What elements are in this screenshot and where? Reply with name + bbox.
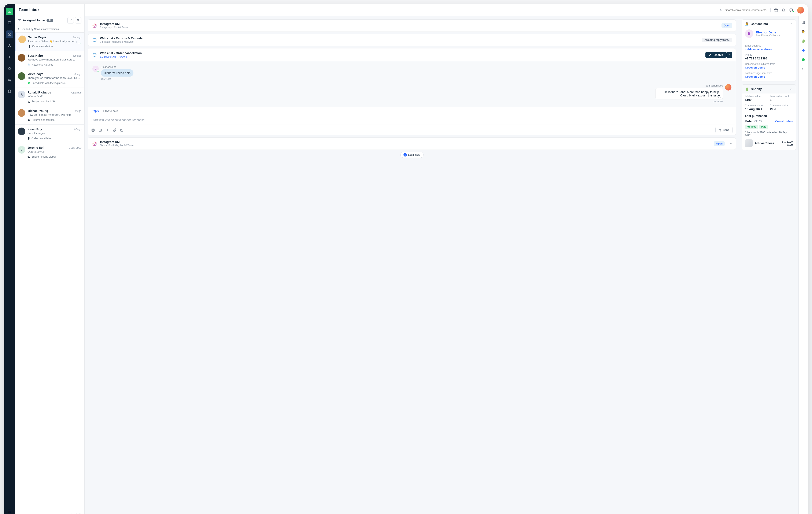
conversation-name: Ronald Richards [28,91,51,94]
add-email-link[interactable]: + Add email address [745,48,793,51]
bell-icon[interactable] [782,8,786,12]
svg-point-25 [720,9,722,11]
conversation-item[interactable]: Kevin Roy4d ago Sent 2 images Order canc… [15,124,84,143]
conversation-item[interactable]: Michael Young2d ago How do I cancel my o… [15,106,84,124]
svg-point-34 [92,128,94,132]
conversation-preview: Outbound call [28,150,81,153]
brand-logo[interactable] [6,8,13,15]
conversation-item[interactable]: Selina Meyer2m ago Hey there Selina 👋 I … [15,33,84,51]
resolve-dropdown[interactable] [726,52,732,58]
thread-card[interactable]: Web chat - Returns & Refunds 2 hrs ago, … [88,34,736,46]
jira-app-icon[interactable] [801,48,806,53]
canned-response-icon[interactable] [98,128,102,132]
conversation-time: 8m ago [73,54,81,57]
app-shell: Team Inbox Assigned to me 34 Sorted by N… [4,4,808,514]
message-outgoing: Johnathan Doe Hello there Jane! More tha… [92,84,731,103]
avatar: R [18,91,25,98]
conversation-preview: Sent 2 images [28,132,81,135]
svg-point-35 [92,130,93,130]
settings-icon[interactable] [6,88,13,95]
kb-article-icon[interactable] [106,128,109,132]
more-apps-icon[interactable] [801,66,806,72]
contact-name[interactable]: Eleanor Dane [756,30,780,34]
svg-point-2 [9,22,9,23]
conversation-item[interactable]: J Jerome Bell9 Jan 2022 Outbound call Su… [15,143,84,162]
send-button[interactable]: Send [715,127,733,133]
svg-point-10 [9,510,10,510]
filter-label[interactable]: Assigned to me [23,19,45,22]
product-row[interactable]: Adidas Shoes 1 X $100 $100 [745,139,793,147]
attachment-icon[interactable] [113,128,117,132]
conversation-item[interactable]: Yusra Zoya2h ago Thankyou so much for th… [15,69,84,88]
knowledge-icon[interactable] [6,53,13,61]
conversation-name: Selina Meyer [28,35,46,39]
view-all-orders-link[interactable]: View all orders [775,120,793,123]
contact-avatar[interactable]: E [745,29,753,38]
sort-row[interactable]: Sorted by Newest conversations [15,26,84,33]
load-more-button[interactable]: ⌄ Load more [400,152,423,158]
tab-reply[interactable]: Reply [92,109,99,115]
dashboard-icon[interactable] [6,19,13,27]
svg-point-15 [8,512,9,512]
conversation-name: Yusra Zoya [28,72,44,76]
svg-point-23 [28,82,30,84]
svg-point-46 [804,69,804,69]
status-chip-open[interactable]: Open [722,23,732,28]
reply-input[interactable]: Start with '/' to select a canned respon… [88,115,736,124]
intercom-app-icon[interactable] [801,57,806,62]
status-chip-awaiting[interactable]: Awaiting reply from... [702,38,732,42]
chevron-up-icon[interactable] [790,88,793,90]
svg-point-44 [802,58,805,61]
globe-icon [92,37,97,43]
bot-icon[interactable] [6,65,13,72]
svg-point-9 [8,510,9,510]
emoji-icon[interactable] [91,128,95,132]
chat-status-icon[interactable] [789,8,794,12]
svg-rect-21 [29,45,30,48]
chevron-down-icon[interactable] [729,142,732,145]
expand-icon: ⌄ [403,153,407,156]
apps-icon[interactable] [6,507,13,514]
chevron-up-icon[interactable] [790,22,793,25]
svg-point-39 [121,129,122,130]
tab-private-note[interactable]: Private note [103,109,118,115]
user-avatar[interactable] [797,7,804,13]
conversation-time: 2d ago [74,110,81,113]
reply-icon[interactable] [78,42,81,45]
resolve-button[interactable]: Resolve [705,52,726,58]
campaign-icon[interactable] [6,76,13,84]
filter-menu-icon[interactable] [18,19,21,22]
contact-avatar-small: E [92,65,99,72]
conversation-tag: I need help with the login issu... [28,82,81,85]
conversation-item[interactable]: Bess Kairo8m ago We have a few mandatory… [15,51,84,69]
chat-column: Instagram DM 2 days ago, Social Team Ope… [85,16,739,514]
shopify-icon [745,87,749,91]
conversation-name: Kevin Roy [28,127,42,131]
inbox-icon[interactable] [6,30,13,38]
conversation-item[interactable]: R Ronald Richardsyesterday Inbound call … [15,88,84,106]
conversation-name: Michael Young [28,109,48,113]
svg-point-36 [93,130,94,130]
shopify-app-icon[interactable] [801,38,806,44]
filter-settings-button[interactable] [75,17,81,24]
gift-icon[interactable] [774,8,778,12]
status-chip-open[interactable]: Open [714,141,725,146]
sort-button[interactable] [67,17,74,24]
last-sent-link[interactable]: Codepen Demo [745,75,793,78]
svg-point-16 [9,512,10,512]
thread-card[interactable]: Instagram DM 2 days ago, Social Team Ope… [88,20,736,32]
conversation-tag: Support phone global [28,155,81,158]
search-input[interactable] [718,7,771,13]
svg-point-20 [78,21,78,21]
svg-point-41 [94,143,95,144]
contact-app-icon[interactable]: 🧑‍💼 [801,29,806,34]
next-date-label: 4 Jan 2022 [15,512,84,514]
thread-card[interactable]: Instagram DM Today 12:45 AM, Social Team… [88,138,736,150]
svg-point-6 [9,68,9,69]
contacts-icon[interactable] [6,42,13,50]
initiated-from-link[interactable]: Codepen Demo [745,66,793,69]
shopify-card: Shopify Lifetime value$100 Total order c… [742,84,796,150]
image-icon[interactable] [120,128,124,132]
expand-icon[interactable] [801,20,806,25]
avatar [18,109,25,117]
